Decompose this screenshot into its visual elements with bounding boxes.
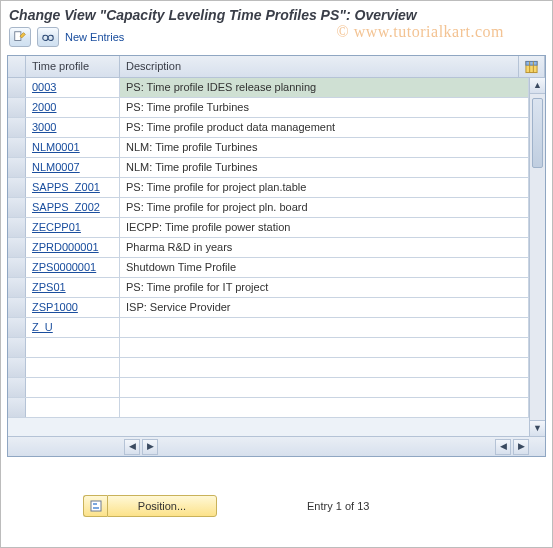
- table-header: Time profile Description: [8, 56, 545, 78]
- row-selector[interactable]: [8, 118, 26, 137]
- select-all-header[interactable]: [8, 56, 26, 77]
- table-body: 0003PS: Time profile IDES release planni…: [8, 78, 529, 436]
- row-selector[interactable]: [8, 318, 26, 337]
- table-row: ZECPP01IECPP: Time profile power station: [8, 218, 529, 238]
- cell-time-profile[interactable]: .: [26, 378, 120, 397]
- scroll-right-end-button[interactable]: ▶: [513, 439, 529, 455]
- scroll-right-button[interactable]: ▶: [142, 439, 158, 455]
- table-row: Z_U: [8, 318, 529, 338]
- table-row-empty: .: [8, 358, 529, 378]
- table-row-empty: .: [8, 338, 529, 358]
- cell-description[interactable]: Shutdown Time Profile: [120, 258, 529, 277]
- glasses-icon: [41, 30, 55, 44]
- cell-time-profile[interactable]: SAPPS_Z001: [26, 178, 120, 197]
- table-row: SAPPS_Z001PS: Time profile for project p…: [8, 178, 529, 198]
- cell-description[interactable]: PS: Time profile Turbines: [120, 98, 529, 117]
- cell-time-profile[interactable]: .: [26, 338, 120, 357]
- cell-time-profile[interactable]: .: [26, 358, 120, 377]
- cell-time-profile[interactable]: ZPRD000001: [26, 238, 120, 257]
- status-bar: Position... Entry 1 of 13: [7, 495, 546, 517]
- table-row: SAPPS_Z002PS: Time profile for project p…: [8, 198, 529, 218]
- table-footer: ◀ ▶ ◀ ▶: [8, 436, 545, 456]
- hscroll-end[interactable]: ◀ ▶: [495, 437, 529, 456]
- cell-time-profile[interactable]: NLM0007: [26, 158, 120, 177]
- table-row: 0003PS: Time profile IDES release planni…: [8, 78, 529, 98]
- scroll-up-button[interactable]: ▲: [530, 78, 545, 94]
- page-title: Change View "Capacity Leveling Time Prof…: [7, 5, 546, 27]
- row-selector[interactable]: [8, 398, 26, 417]
- cell-description[interactable]: [120, 318, 529, 337]
- cell-description[interactable]: PS: Time profile product data management: [120, 118, 529, 137]
- cell-time-profile[interactable]: ZPS01: [26, 278, 120, 297]
- cell-time-profile[interactable]: .: [26, 398, 120, 417]
- row-selector[interactable]: [8, 298, 26, 317]
- cell-description[interactable]: IECPP: Time profile power station: [120, 218, 529, 237]
- cell-description[interactable]: PS: Time profile for project pln. board: [120, 198, 529, 217]
- cell-time-profile[interactable]: ZPS0000001: [26, 258, 120, 277]
- row-selector[interactable]: [8, 78, 26, 97]
- table-row: 3000PS: Time profile product data manage…: [8, 118, 529, 138]
- new-entries-link[interactable]: New Entries: [65, 31, 124, 43]
- cell-description[interactable]: ISP: Service Provider: [120, 298, 529, 317]
- row-selector[interactable]: [8, 278, 26, 297]
- row-selector[interactable]: [8, 378, 26, 397]
- table-row-empty: .: [8, 398, 529, 418]
- cell-description[interactable]: Pharma R&D in years: [120, 238, 529, 257]
- scroll-thumb[interactable]: [532, 98, 543, 168]
- row-selector[interactable]: [8, 218, 26, 237]
- cell-description[interactable]: PS: Time profile IDES release planning: [120, 78, 529, 97]
- cell-time-profile[interactable]: NLM0001: [26, 138, 120, 157]
- cell-time-profile[interactable]: 2000: [26, 98, 120, 117]
- col-header-time-profile[interactable]: Time profile: [26, 56, 120, 77]
- col-header-description[interactable]: Description: [120, 56, 519, 77]
- row-selector[interactable]: [8, 138, 26, 157]
- cell-description[interactable]: PS: Time profile for project plan.table: [120, 178, 529, 197]
- table-row: NLM0001NLM: Time profile Turbines: [8, 138, 529, 158]
- scroll-down-button[interactable]: ▼: [530, 420, 545, 436]
- row-selector[interactable]: [8, 178, 26, 197]
- table-settings-icon: [525, 60, 538, 74]
- cell-time-profile[interactable]: Z_U: [26, 318, 120, 337]
- table-row: ZPS0000001Shutdown Time Profile: [8, 258, 529, 278]
- cell-time-profile[interactable]: 3000: [26, 118, 120, 137]
- configure-columns-button[interactable]: [519, 56, 545, 77]
- table-grid: Time profile Description 0003PS: Time pr…: [7, 55, 546, 457]
- table-row: NLM0007NLM: Time profile Turbines: [8, 158, 529, 178]
- scroll-left-button[interactable]: ◀: [124, 439, 140, 455]
- cell-description[interactable]: [120, 398, 529, 417]
- cell-description[interactable]: [120, 338, 529, 357]
- row-selector[interactable]: [8, 238, 26, 257]
- cell-time-profile[interactable]: ZECPP01: [26, 218, 120, 237]
- toolbar: New Entries: [7, 27, 546, 51]
- row-selector[interactable]: [8, 338, 26, 357]
- cell-time-profile[interactable]: SAPPS_Z002: [26, 198, 120, 217]
- hscroll-desc[interactable]: ◀ ▶: [124, 437, 158, 456]
- cell-description[interactable]: [120, 378, 529, 397]
- cell-description[interactable]: NLM: Time profile Turbines: [120, 138, 529, 157]
- position-button[interactable]: Position...: [107, 495, 217, 517]
- row-selector[interactable]: [8, 98, 26, 117]
- position-icon: [83, 495, 107, 517]
- cell-time-profile[interactable]: ZSP1000: [26, 298, 120, 317]
- vertical-scrollbar[interactable]: ▲ ▼: [529, 78, 545, 436]
- scroll-left-end-button[interactable]: ◀: [495, 439, 511, 455]
- row-selector[interactable]: [8, 358, 26, 377]
- svg-rect-4: [526, 61, 537, 65]
- other-view-button[interactable]: [9, 27, 31, 47]
- row-selector[interactable]: [8, 158, 26, 177]
- table-row: ZPRD000001Pharma R&D in years: [8, 238, 529, 258]
- locate-icon: [89, 499, 103, 513]
- display-button[interactable]: [37, 27, 59, 47]
- cell-description[interactable]: [120, 358, 529, 377]
- document-pencil-icon: [13, 30, 27, 44]
- cell-time-profile[interactable]: 0003: [26, 78, 120, 97]
- table-row: ZSP1000ISP: Service Provider: [8, 298, 529, 318]
- svg-rect-7: [91, 501, 101, 511]
- cell-description[interactable]: PS: Time profile for IT project: [120, 278, 529, 297]
- svg-rect-8: [93, 503, 97, 505]
- row-selector[interactable]: [8, 198, 26, 217]
- table-row: ZPS01PS: Time profile for IT project: [8, 278, 529, 298]
- cell-description[interactable]: NLM: Time profile Turbines: [120, 158, 529, 177]
- row-selector[interactable]: [8, 258, 26, 277]
- table-row: 2000PS: Time profile Turbines: [8, 98, 529, 118]
